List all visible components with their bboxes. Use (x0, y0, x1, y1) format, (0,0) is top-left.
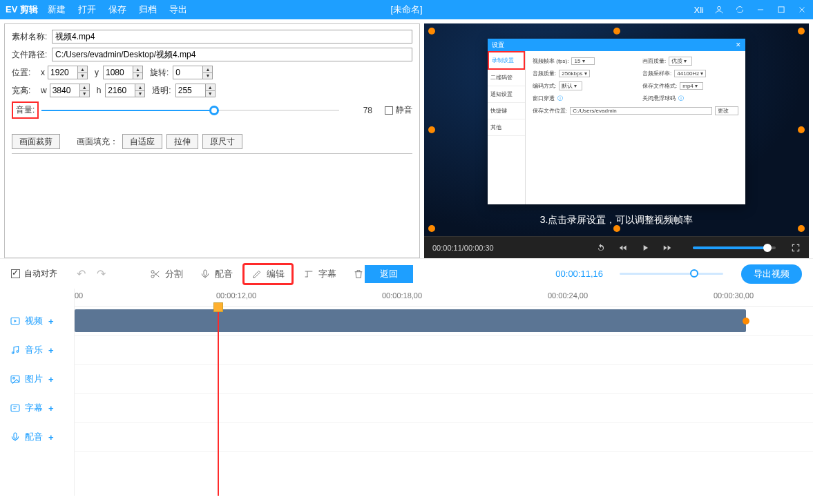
svg-point-2 (151, 270, 154, 273)
time-ruler[interactable]: 0000:00:12,0000:00:18,0000:00:24,0000:00… (75, 289, 813, 307)
preview-canvas[interactable]: 设置✕ 录制设置 二维码管 通知设置 快捷键 其他 视频帧率 (fps):15 … (424, 23, 809, 236)
pos-y-input[interactable] (104, 66, 133, 79)
sync-icon[interactable] (734, 4, 745, 15)
inner-side-item: 二维码管 (488, 70, 525, 86)
resize-handle[interactable] (428, 126, 435, 133)
svg-point-0 (718, 6, 721, 10)
track-row[interactable] (75, 336, 813, 365)
properties-panel: 素材名称: 文件路径: 位置: x ▲▼ y ▲▼ 旋转: ▲▼ 宽高: w ▲… (4, 23, 420, 258)
menu-save[interactable]: 保存 (108, 3, 126, 16)
rewind-icon[interactable] (618, 243, 628, 253)
volume-value: 78 (343, 106, 372, 115)
fill-original-button[interactable]: 原尺寸 (202, 134, 242, 149)
crop-button[interactable]: 画面裁剪 (12, 134, 60, 149)
menu-new[interactable]: 新建 (48, 3, 66, 16)
rot-input[interactable] (173, 66, 202, 79)
tool-subtitle[interactable]: 字幕 (296, 265, 343, 283)
name-label: 素材名称: (12, 31, 52, 43)
tool-edit[interactable]: 编辑 (242, 263, 294, 285)
resize-handle[interactable] (613, 28, 620, 35)
play-icon[interactable] (640, 243, 650, 253)
svg-rect-10 (11, 405, 19, 411)
volume-label: 音量: (12, 101, 39, 119)
clip-end-handle[interactable] (743, 318, 749, 324)
fill-fit-button[interactable]: 自适应 (122, 134, 162, 149)
fill-stretch-button[interactable]: 拉伸 (166, 134, 198, 149)
add-track-icon[interactable]: + (48, 374, 54, 385)
pos-x-label: x (41, 68, 45, 77)
svg-rect-1 (778, 7, 784, 12)
track-row[interactable] (75, 394, 813, 423)
user-name[interactable]: Xli (694, 5, 704, 15)
zoom-slider[interactable] (620, 273, 723, 275)
auto-align-checkbox[interactable]: 自动对齐 (11, 268, 57, 280)
alpha-input[interactable] (176, 84, 205, 97)
track-label-3[interactable]: 字幕+ (0, 394, 74, 423)
resize-handle[interactable] (798, 28, 805, 35)
undo-icon[interactable]: ↶ (73, 267, 90, 280)
size-h-label: h (97, 86, 102, 95)
titlebar: EV 剪辑 新建 打开 保存 归档 导出 [未命名] Xli (0, 0, 813, 19)
return-button[interactable]: 返回 (365, 265, 413, 283)
alpha-label: 透明: (152, 85, 171, 97)
ruler-tick: 00 (75, 291, 83, 300)
preview-panel: 设置✕ 录制设置 二维码管 通知设置 快捷键 其他 视频帧率 (fps):15 … (424, 23, 809, 258)
pos-y-spinner[interactable]: ▲▼ (133, 66, 142, 79)
add-track-icon[interactable]: + (48, 316, 54, 327)
tool-dub[interactable]: 配音 (193, 265, 240, 283)
add-track-icon[interactable]: + (48, 403, 54, 414)
rot-spinner[interactable]: ▲▼ (202, 66, 212, 79)
mute-checkbox[interactable]: 静音 (385, 104, 412, 116)
menu-export[interactable]: 导出 (169, 3, 187, 16)
export-video-button[interactable]: 导出视频 (741, 264, 802, 284)
tool-split[interactable]: 分割 (143, 265, 190, 283)
svg-point-3 (151, 275, 154, 278)
menu-archive[interactable]: 归档 (139, 3, 157, 16)
path-input[interactable] (52, 48, 412, 61)
video-clip[interactable] (75, 309, 746, 332)
timeline: 视频+音乐+图片+字幕+配音+ 0000:00:12,0000:00:18,00… (0, 289, 813, 496)
minimize-icon[interactable] (755, 4, 766, 15)
menu-open[interactable]: 打开 (78, 3, 96, 16)
progress-slider[interactable] (693, 246, 776, 249)
size-h-spinner[interactable]: ▲▼ (135, 84, 144, 97)
user-icon[interactable] (714, 4, 725, 15)
add-track-icon[interactable]: + (48, 345, 54, 356)
size-w-label: w (41, 86, 47, 95)
track-label-2[interactable]: 图片+ (0, 365, 74, 394)
fullscreen-icon[interactable] (791, 243, 801, 253)
size-w-input[interactable] (50, 84, 79, 97)
path-label: 文件路径: (12, 49, 52, 61)
track-row[interactable] (75, 365, 813, 394)
resize-handle[interactable] (798, 126, 805, 133)
mute-label: 静音 (396, 104, 412, 116)
inner-side-item: 录制设置 (488, 51, 525, 70)
size-w-spinner[interactable]: ▲▼ (79, 84, 89, 97)
maximize-icon[interactable] (776, 4, 787, 15)
replay-icon[interactable] (596, 243, 606, 253)
main-menu: 新建 打开 保存 归档 导出 (48, 3, 187, 16)
pos-x-spinner[interactable]: ▲▼ (77, 66, 87, 79)
forward-icon[interactable] (662, 243, 672, 253)
track-label-0[interactable]: 视频+ (0, 307, 74, 336)
inner-kv: 画面质量:优质 ▾ (642, 57, 738, 66)
volume-slider[interactable] (41, 104, 339, 117)
redo-icon[interactable]: ↷ (93, 267, 110, 280)
inner-kv: 窗口穿透ⓘ (533, 95, 629, 102)
close-icon[interactable] (796, 4, 807, 15)
inner-kv: 音频采样率:44100Hz ▾ (642, 70, 738, 77)
resize-handle[interactable] (428, 28, 435, 35)
track-label-1[interactable]: 音乐+ (0, 336, 74, 365)
ruler-tick: 00:00:24,00 (548, 291, 588, 300)
name-input[interactable] (52, 30, 412, 43)
size-h-input[interactable] (106, 84, 135, 97)
track-label-4[interactable]: 配音+ (0, 423, 74, 452)
track-row[interactable] (75, 307, 813, 336)
inner-kv: 视频帧率 (fps):15 ▾ (533, 57, 629, 66)
alpha-spinner[interactable]: ▲▼ (205, 84, 215, 97)
track-row[interactable] (75, 423, 813, 452)
player-bar: 00:00:11/00:00:30 (424, 236, 809, 258)
pos-x-input[interactable] (48, 66, 77, 79)
size-label: 宽高: (12, 85, 41, 97)
add-track-icon[interactable]: + (48, 432, 54, 443)
